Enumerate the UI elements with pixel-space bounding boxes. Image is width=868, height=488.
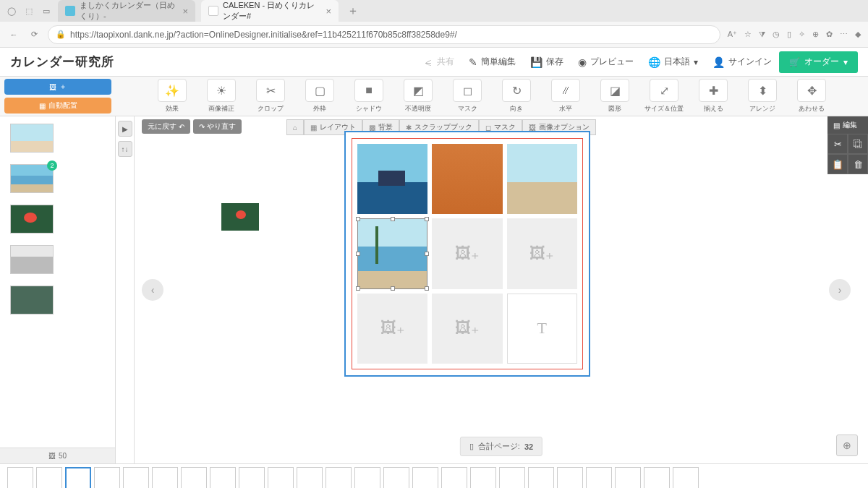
page-thumbnail[interactable] (152, 467, 178, 488)
close-icon[interactable]: × (326, 6, 331, 17)
back-icon[interactable]: ← (7, 28, 20, 41)
resize-handle[interactable] (425, 217, 429, 221)
resize-handle[interactable] (356, 286, 360, 291)
page-canvas[interactable]: 🖼₊ 🖼₊ 🖼₊ 🖼₊ T (344, 131, 590, 377)
add-image-button[interactable]: 🖼＋ (4, 79, 111, 95)
text-size-icon[interactable]: A⁺ (728, 30, 737, 39)
page-thumbnail[interactable] (210, 467, 236, 488)
page-thumbnail[interactable] (470, 467, 496, 488)
align-button[interactable]: ✚ (699, 79, 728, 102)
page-thumbnail[interactable] (181, 467, 207, 488)
order-button[interactable]: 🛒オーダー▾ (779, 51, 858, 73)
sidebar-thumbnail[interactable] (10, 245, 54, 274)
arrange-button[interactable]: ⬍ (748, 79, 777, 102)
fit-button[interactable]: ✥ (797, 79, 826, 102)
cut-button[interactable]: ✂ (827, 134, 848, 154)
sidebar-thumbnail[interactable] (10, 205, 54, 234)
new-tab-button[interactable]: ＋ (344, 2, 362, 20)
opacity-button[interactable]: ◩ (404, 79, 433, 102)
page-thumbnail[interactable] (65, 467, 91, 488)
sidebar-thumbnail[interactable]: 2 (10, 164, 54, 193)
page-thumbnail[interactable] (326, 467, 352, 488)
resize-handle[interactable] (356, 217, 360, 221)
zoom-in-button[interactable]: ⊕ (836, 435, 858, 456)
page-thumbnail[interactable] (7, 467, 33, 488)
text-cell[interactable]: T (507, 294, 577, 364)
page-thumbnail[interactable] (557, 467, 583, 488)
size-position-button[interactable]: ⤢ (650, 79, 678, 102)
close-icon[interactable]: × (182, 6, 188, 17)
favorites-icon[interactable]: ✧ (799, 30, 805, 39)
menu-icon[interactable]: ⋯ (840, 30, 848, 39)
empty-photo-cell[interactable]: 🖼₊ (507, 218, 577, 288)
page-thumbnail[interactable] (673, 467, 699, 488)
resize-handle[interactable] (356, 252, 360, 256)
shadow-button[interactable]: ■ (354, 79, 383, 102)
page-thumbnail[interactable] (383, 467, 409, 488)
sort-button[interactable]: ↑↓ (118, 141, 132, 157)
tabs-icon[interactable]: ▭ (41, 5, 52, 17)
home-tab[interactable]: ⌂ (286, 119, 304, 135)
prev-page-button[interactable]: ‹ (142, 279, 163, 301)
play-button[interactable]: ▶ (118, 121, 132, 137)
correction-button[interactable]: ☀ (207, 79, 236, 102)
tab-inactive[interactable]: ましかくカレンダー（日めくり）- × (58, 0, 195, 22)
dragged-image[interactable] (221, 203, 259, 231)
delete-button[interactable]: 🗑 (848, 154, 868, 174)
photo-cell[interactable] (357, 144, 427, 214)
preview-button[interactable]: ◉プレビュー (571, 48, 641, 77)
mask-button[interactable]: ◻ (453, 79, 482, 102)
page-thumbnail[interactable] (441, 467, 467, 488)
page-thumbnail[interactable] (36, 467, 62, 488)
redo-button[interactable]: ↷やり直す (193, 119, 242, 134)
photo-cell[interactable] (507, 144, 577, 214)
share-button[interactable]: ⪪共有 (416, 48, 461, 77)
save-button[interactable]: 💾保存 (523, 48, 571, 77)
signin-button[interactable]: 👤サインイン (705, 48, 779, 77)
profile-icon[interactable]: ◯ (6, 5, 17, 17)
frame-button[interactable]: ▢ (305, 79, 334, 102)
page-thumbnail[interactable] (528, 467, 554, 488)
page-thumbnail[interactable] (586, 467, 612, 488)
page-thumbnail[interactable] (239, 467, 265, 488)
page-thumbnail[interactable] (94, 467, 120, 488)
page-thumbnail[interactable] (644, 467, 670, 488)
empty-photo-cell[interactable]: 🖼₊ (432, 294, 502, 364)
orientation-button[interactable]: ↻ (502, 79, 531, 102)
page-strip[interactable]: 123456789101112131415161718192021222324 (0, 463, 868, 488)
sync-icon[interactable]: ◷ (773, 30, 780, 39)
page-thumbnail[interactable] (354, 467, 380, 488)
empty-photo-cell[interactable]: 🖼₊ (357, 294, 427, 364)
page-thumbnail[interactable] (615, 467, 641, 488)
tab-active[interactable]: CALEKEN - 日めくりカレンダー# × (201, 0, 339, 22)
edit-tab[interactable]: ▤編集 (827, 116, 868, 134)
extension2-icon[interactable]: ✿ (826, 30, 833, 39)
photo-cell[interactable] (432, 144, 502, 214)
page-thumbnail[interactable] (268, 467, 294, 488)
resize-handle[interactable] (425, 286, 429, 291)
page-thumbnail[interactable] (499, 467, 525, 488)
undo-button[interactable]: 元に戻す↶ (142, 119, 190, 134)
effect-button[interactable]: ✨ (158, 79, 187, 102)
simple-edit-button[interactable]: ✎簡単編集 (461, 48, 523, 77)
extension-icon[interactable]: ⧩ (759, 30, 765, 39)
page-thumbnail[interactable] (297, 467, 323, 488)
reader-icon[interactable]: ▯ (787, 30, 791, 39)
url-input[interactable]: 🔒 https://taopixonl.dank.ne.jp/?action=O… (48, 25, 720, 44)
crop-button[interactable]: ✂ (256, 79, 285, 102)
level-button[interactable]: ⫽ (551, 79, 580, 102)
sidebar-thumbnail[interactable] (10, 286, 54, 314)
page-thumbnail[interactable] (123, 467, 149, 488)
copy-button[interactable]: ⿻ (848, 134, 868, 154)
resize-handle[interactable] (391, 286, 395, 291)
shape-button[interactable]: ◪ (600, 79, 629, 102)
resize-handle[interactable] (425, 252, 429, 256)
photo-cell-selected[interactable] (357, 218, 427, 288)
canvas[interactable]: 元に戻す↶ ↷やり直す ⌂ ▦レイアウト ▩背景 ✱スクラップブック ◻マスク … (135, 116, 868, 463)
next-page-button[interactable]: › (829, 279, 851, 301)
auto-layout-button[interactable]: ▦自動配置 (4, 98, 111, 114)
copilot-icon[interactable]: ◆ (855, 30, 861, 39)
page-thumbnail[interactable] (412, 467, 438, 488)
star-icon[interactable]: ☆ (744, 30, 752, 39)
workspace-icon[interactable]: ⬚ (23, 5, 35, 17)
